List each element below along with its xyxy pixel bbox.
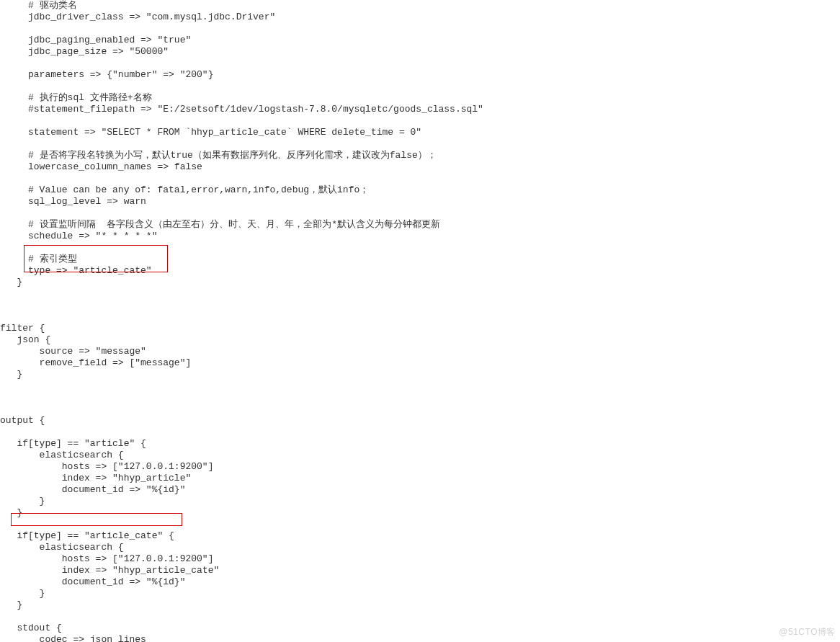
line-27 <box>0 300 840 311</box>
line-14: # 是否将字段名转换为小写，默认true（如果有数据序列化、反序列化需求，建议改… <box>0 150 840 161</box>
line-56: codec => json_lines <box>0 634 840 642</box>
watermark: @51CTO博客 <box>779 626 836 638</box>
line-36 <box>0 404 840 415</box>
line-01: # 驱动类名 <box>0 0 840 12</box>
line-45: } <box>0 507 840 519</box>
line-20: # 设置监听间隔 各字段含义（由左至右）分、时、天、月、年，全部为*默认含义为每… <box>0 219 840 231</box>
line-34 <box>0 380 840 392</box>
line-11 <box>0 115 840 127</box>
line-10: #statement_filepath => "E:/2setsoft/1dev… <box>0 104 840 115</box>
line-08 <box>0 81 840 92</box>
line-49: hosts => ["127.0.0.1:9200"] <box>0 553 840 565</box>
line-18: sql_log_level => warn <box>0 196 840 208</box>
line-02: jdbc_driver_class => "com.mysql.jdbc.Dri… <box>0 12 840 23</box>
line-31: source => "message" <box>0 346 840 357</box>
line-33: } <box>0 369 840 380</box>
line-04: jdbc_paging_enabled => "true" <box>0 35 840 46</box>
line-39: if[type] == "article" { <box>0 438 840 450</box>
line-53: } <box>0 599 840 611</box>
line-22 <box>0 242 840 254</box>
line-03 <box>0 23 840 35</box>
line-24: type => "article_cate" <box>0 265 840 277</box>
line-28 <box>0 311 840 323</box>
line-48: elasticsearch { <box>0 542 840 553</box>
code-block: # 驱动类名 jdbc_driver_class => "com.mysql.j… <box>0 0 840 642</box>
line-09: # 执行的sql 文件路径+名称 <box>0 92 840 104</box>
line-38 <box>0 427 840 438</box>
line-19 <box>0 208 840 219</box>
line-25: } <box>0 277 840 288</box>
line-44: } <box>0 496 840 507</box>
line-26 <box>0 288 840 300</box>
line-05: jdbc_page_size => "50000" <box>0 46 840 58</box>
line-12: statement => "SELECT * FROM `hhyp_articl… <box>0 127 840 138</box>
line-37: output { <box>0 415 840 427</box>
line-13 <box>0 138 840 150</box>
line-50: index => "hhyp_article_cate" <box>0 565 840 576</box>
line-23: # 索引类型 <box>0 254 840 265</box>
line-46 <box>0 519 840 530</box>
line-35 <box>0 392 840 404</box>
line-16 <box>0 173 840 184</box>
line-15: lowercase_column_names => false <box>0 161 840 173</box>
line-07: parameters => {"number" => "200"} <box>0 69 840 81</box>
line-52: } <box>0 588 840 599</box>
line-21: schedule => "* * * * *" <box>0 231 840 242</box>
line-43: document_id => "%{id}" <box>0 484 840 496</box>
line-42: index => "hhyp_article" <box>0 473 840 484</box>
line-30: json { <box>0 334 840 346</box>
line-06 <box>0 58 840 69</box>
line-54 <box>0 611 840 623</box>
line-29: filter { <box>0 323 840 334</box>
line-51: document_id => "%{id}" <box>0 576 840 588</box>
line-47: if[type] == "article_cate" { <box>0 530 840 542</box>
line-17: # Value can be any of: fatal,error,warn,… <box>0 184 840 196</box>
line-41: hosts => ["127.0.0.1:9200"] <box>0 461 840 473</box>
line-55: stdout { <box>0 623 840 634</box>
line-32: remove_field => ["message"] <box>0 357 840 369</box>
line-40: elasticsearch { <box>0 450 840 461</box>
